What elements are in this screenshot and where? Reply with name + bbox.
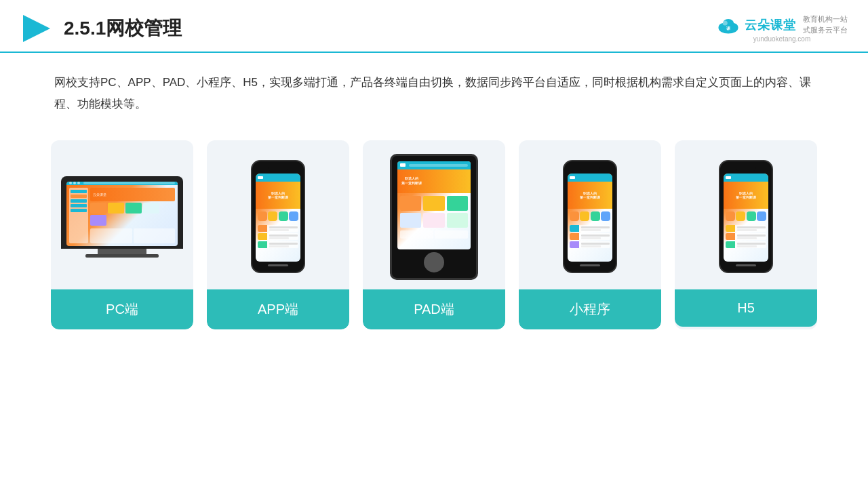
pc-monitor: 云朵课堂	[61, 176, 183, 258]
svg-marker-0	[23, 15, 50, 42]
card-miniapp-label: 小程序	[519, 289, 661, 329]
page-title: 2.5.1网校管理	[64, 16, 182, 41]
description-text: 网校支持PC、APP、PAD、小程序、H5，实现多端打通，产品各终端自由切换，数…	[54, 72, 814, 116]
card-h5-label: H5	[675, 289, 817, 327]
card-pc: 云朵课堂	[51, 140, 193, 329]
card-app-image: 职选人的第一堂判断课	[207, 140, 349, 289]
card-app: 职选人的第一堂判断课	[207, 140, 349, 329]
phone-app: 职选人的第一堂判断课	[251, 160, 305, 273]
logo-cloud: 课 云朵课堂 教育机构一站 式服务云平台	[716, 14, 848, 35]
logo-tagline: 教育机构一站	[803, 14, 848, 24]
phone-h5: 职选人的第一堂判断课	[719, 160, 773, 273]
tablet-pad: 职选人的第一堂判断课	[390, 154, 478, 280]
card-pc-image: 云朵课堂	[51, 140, 193, 289]
card-pad-image: 职选人的第一堂判断课	[363, 140, 505, 289]
logo-area: 课 云朵课堂 教育机构一站 式服务云平台 yunduoketang.com	[716, 14, 848, 43]
card-miniapp-image: 职选人的第一堂判断课	[519, 140, 661, 289]
play-icon	[20, 12, 53, 45]
phone-miniapp: 职选人的第一堂判断课	[563, 160, 617, 273]
card-pad: 职选人的第一堂判断课	[363, 140, 505, 329]
cards-container: 云朵课堂	[0, 116, 868, 329]
cloud-icon: 课	[716, 16, 741, 35]
card-miniapp: 职选人的第一堂判断课	[519, 140, 661, 329]
card-app-label: APP端	[207, 289, 349, 329]
card-h5-image: 职选人的第一堂判断课	[675, 140, 817, 289]
card-pad-label: PAD端	[363, 289, 505, 329]
card-pc-label: PC端	[51, 289, 193, 329]
description: 网校支持PC、APP、PAD、小程序、H5，实现多端打通，产品各终端自由切换，数…	[0, 53, 868, 116]
svg-point-5	[723, 20, 728, 25]
header: 2.5.1网校管理 课 云朵课堂 教育机构一站 式服务云平台 yunduoket…	[0, 0, 868, 53]
card-h5: 职选人的第一堂判断课	[675, 140, 817, 329]
logo-text: 云朵课堂	[745, 17, 796, 33]
svg-text:课: 课	[726, 25, 731, 30]
logo-url: yunduoketang.com	[753, 35, 811, 43]
logo-tagline2: 式服务云平台	[803, 25, 848, 35]
header-left: 2.5.1网校管理	[20, 12, 182, 45]
